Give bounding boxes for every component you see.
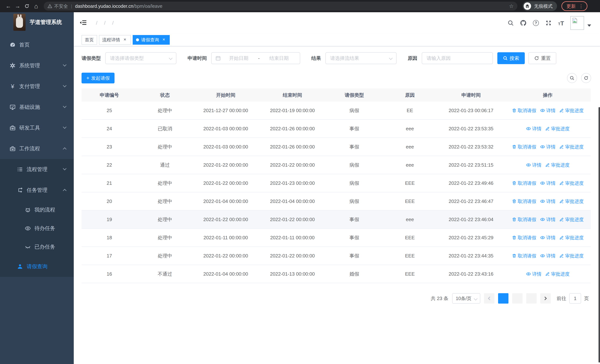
tab-流程详情[interactable]: 流程详情 × — [99, 35, 131, 45]
table-row[interactable]: 21 处理中 2022-01-22 00:00:00 2022-01-23 00… — [82, 174, 591, 192]
cancel-link[interactable]: 取消请假 — [512, 253, 536, 259]
leave-type-select[interactable]: 请选择请假类型 — [105, 52, 176, 64]
progress-link[interactable]: 审批进度 — [545, 271, 570, 277]
home-icon[interactable]: ⌂ — [31, 3, 41, 10]
refresh-table-button[interactable] — [581, 73, 591, 83]
collapse-sidebar-icon[interactable] — [79, 19, 87, 27]
sidebar-item[interactable]: 我的流程 — [0, 201, 74, 219]
list-icon — [17, 166, 23, 173]
app-logo[interactable]: 芋道管理系统 — [0, 12, 74, 32]
cancel-link[interactable]: 取消请假 — [512, 180, 536, 186]
cell-start-time: 2022-01-03 00:00:00 — [193, 144, 259, 150]
table-row[interactable]: 18 处理中 2022-01-11 00:00:00 2022-01-11 00… — [82, 229, 591, 247]
font-size-icon[interactable]: TT — [558, 20, 564, 26]
progress-link[interactable]: 审批进度 — [559, 198, 584, 205]
cell-leave-type: 事假 — [326, 216, 383, 223]
detail-link[interactable]: 详情 — [540, 107, 555, 114]
browser-update-button[interactable]: 更新 ⋮ — [562, 1, 587, 11]
cell-status: 处理中 — [137, 180, 193, 187]
sidebar-item[interactable]: ¥ 支付管理 — [0, 76, 74, 97]
progress-link[interactable]: 审批进度 — [559, 235, 584, 241]
detail-link[interactable]: 详情 — [540, 253, 555, 259]
reason-input[interactable] — [422, 52, 493, 64]
cancel-link[interactable]: 取消请假 — [512, 216, 536, 223]
page-number-button[interactable] — [526, 293, 537, 304]
browser-menu-icon[interactable]: ⋮ — [579, 3, 583, 9]
avatar-caret-down-icon[interactable] — [587, 24, 591, 27]
progress-link[interactable]: 审批进度 — [545, 126, 570, 132]
progress-link[interactable]: 审批进度 — [545, 162, 570, 168]
avatar[interactable] — [570, 16, 584, 30]
page-size-select[interactable]: 10条/页 — [452, 293, 480, 304]
detail-link[interactable]: 详情 — [540, 144, 555, 150]
detail-link[interactable]: 详情 — [540, 216, 555, 223]
table-row[interactable]: 16 不通过 2022-01-04 00:00:00 2022-01-13 00… — [82, 265, 591, 283]
toggle-search-button[interactable] — [567, 73, 577, 83]
result-select[interactable]: 请选择流结果 — [325, 52, 396, 64]
sidebar-item[interactable]: 任务管理 — [0, 180, 74, 201]
progress-link[interactable]: 审批进度 — [559, 180, 584, 186]
page-number-button[interactable] — [512, 293, 523, 304]
bookmark-star-icon[interactable]: ☆ — [509, 3, 514, 9]
progress-link[interactable]: 审批进度 — [559, 107, 584, 114]
table-row[interactable]: 20 处理中 2022-01-04 00:00:00 2022-01-04 00… — [82, 192, 591, 211]
fullscreen-icon[interactable] — [545, 20, 552, 26]
table-row[interactable]: 25 处理中 2021-12-27 00:00:00 2022-01-19 00… — [82, 102, 591, 120]
reload-icon[interactable] — [22, 3, 31, 9]
sidebar-item[interactable]: 已办任务 — [0, 238, 74, 256]
detail-link[interactable]: 详情 — [540, 180, 555, 186]
table-row[interactable]: 19 处理中 2022-01-22 00:00:00 2022-01-22 00… — [82, 211, 591, 229]
cell-start-time: 2022-01-22 00:00:00 — [193, 253, 259, 259]
help-icon[interactable]: ? — [533, 20, 539, 26]
detail-link[interactable]: 详情 — [526, 162, 542, 168]
search-button[interactable]: 搜索 — [497, 52, 525, 64]
pagination: 共 23 条 10条/页 前往 页 — [82, 293, 589, 304]
tab-close-icon[interactable]: × — [161, 37, 166, 42]
sidebar-item[interactable]: 待办任务 — [0, 219, 74, 238]
cell-apply-id: 18 — [82, 235, 137, 241]
detail-link[interactable]: 详情 — [526, 126, 542, 132]
cell-start-time: 2022-01-04 00:00:00 — [193, 198, 259, 204]
header-search-icon[interactable] — [507, 20, 514, 26]
back-icon[interactable]: ← — [4, 3, 13, 9]
sidebar-item[interactable]: 请假查询 — [0, 256, 74, 277]
prev-page-button[interactable] — [484, 293, 494, 304]
progress-link[interactable]: 审批进度 — [559, 253, 584, 259]
goto-page-input[interactable] — [569, 293, 581, 304]
create-leave-button[interactable]: + 发起请假 — [82, 73, 114, 84]
sidebar-item[interactable]: 首页 — [0, 35, 74, 55]
detail-link[interactable]: 详情 — [526, 271, 542, 277]
cancel-link[interactable]: 取消请假 — [512, 107, 536, 114]
sidebar-item[interactable]: 系统管理 — [0, 55, 74, 76]
chevron-up-icon — [63, 189, 66, 193]
table-row[interactable]: 22 通过 2022-01-22 00:00:00 2022-01-22 00:… — [82, 156, 591, 174]
cancel-link[interactable]: 取消请假 — [512, 198, 536, 205]
cancel-link[interactable]: 取消请假 — [512, 235, 536, 241]
tab-close-icon[interactable]: × — [122, 37, 128, 42]
apply-time-label: 申请时间 — [188, 55, 207, 62]
tab-请假查询[interactable]: 请假查询 × — [133, 35, 170, 45]
forward-icon[interactable]: → — [13, 3, 22, 9]
cancel-link[interactable]: 取消请假 — [512, 144, 536, 150]
sidebar-item[interactable]: 基础设施 — [0, 97, 74, 118]
progress-link[interactable]: 审批进度 — [559, 144, 584, 150]
apply-time-range-picker[interactable]: 开始日期 - 结束日期 — [211, 52, 300, 64]
page-number-button[interactable] — [498, 293, 508, 304]
github-icon[interactable] — [520, 20, 527, 26]
table-row[interactable]: 24 已取消 2022-01-03 00:00:00 2022-01-26 00… — [82, 120, 591, 138]
table-row[interactable]: 23 处理中 2022-01-03 00:00:00 2022-01-26 00… — [82, 138, 591, 156]
sidebar-item[interactable]: 工作流程 — [0, 138, 74, 159]
table-row[interactable]: 17 处理中 2022-01-22 00:00:00 2022-01-22 00… — [82, 247, 591, 265]
page-scrollbar[interactable] — [599, 107, 600, 363]
next-page-button[interactable] — [540, 293, 551, 304]
detail-link[interactable]: 详情 — [540, 235, 555, 241]
progress-link[interactable]: 审批进度 — [559, 216, 584, 223]
cell-actions: 取消请假详情审批进度 — [505, 253, 591, 259]
reset-button[interactable]: 重置 — [528, 52, 556, 64]
sidebar-item[interactable]: 流程管理 — [0, 159, 74, 180]
sidebar-item[interactable]: 研发工具 — [0, 118, 74, 138]
detail-link[interactable]: 详情 — [540, 198, 555, 205]
date-range-separator: - — [258, 56, 260, 61]
address-bar[interactable]: 不安全 | dashboard.yudao.iocoder.cn /bpm/oa… — [44, 2, 517, 10]
tab-首页[interactable]: 首页 × — [82, 35, 97, 45]
